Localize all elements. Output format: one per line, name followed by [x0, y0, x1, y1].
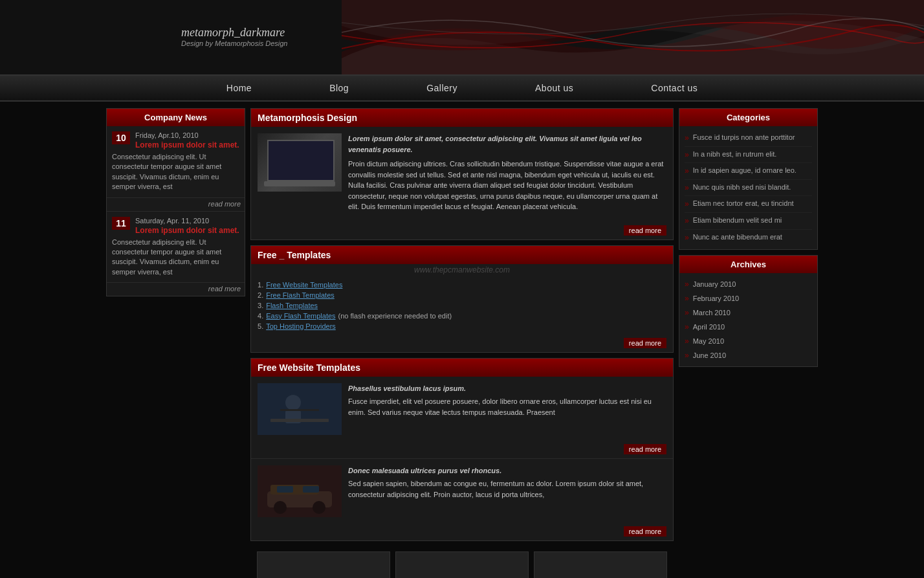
arc-label-3: March 2010: [693, 309, 731, 317]
cat-item-6: » Etiam bibendum velit sed mi: [685, 213, 812, 230]
link-flash-templates[interactable]: Flash Templates: [266, 302, 318, 309]
free-templates-read-more[interactable]: read more: [624, 338, 666, 348]
news-day-badge-2: 11: [112, 217, 130, 230]
metamorphosis-text: Lorem ipsum dolor sit amet, consectetur …: [348, 133, 666, 216]
news-item-2: 11 Saturday, Apr. 11, 2010 Lorem ipsum d…: [107, 212, 245, 283]
cat-label-3: In id sapien augue, id ornare leo.: [693, 166, 797, 175]
watermark-text: www.thepcmanwebsite.com: [251, 264, 673, 276]
svg-rect-11: [303, 486, 319, 493]
news-read-more-link-1[interactable]: read more: [208, 200, 241, 208]
article-1: Phasellus vestibulum lacus ipsum. Fusce …: [251, 377, 673, 441]
arc-arrow-4: »: [685, 322, 689, 331]
arc-arrow-5: »: [685, 337, 689, 346]
svg-point-1: [285, 395, 301, 410]
categories-box: Categories » Fusce id turpis non ante po…: [679, 108, 818, 250]
center-content: Metamorphosis Design Lorem ipsum dolor s…: [250, 108, 674, 578]
cat-label-7: Nunc ac ante bibendum erat: [693, 232, 782, 241]
thumbnail-2: Sed varius neque vitae: [395, 551, 529, 579]
cat-item-2: » In a nibh est, in rutrum elit.: [685, 147, 812, 164]
metamorphosis-read-more[interactable]: read more: [624, 225, 666, 236]
news-read-more-link-2[interactable]: read more: [208, 285, 241, 293]
article-2-read-more-bar: read more: [251, 524, 673, 540]
arc-item-4: » April 2010: [685, 320, 812, 334]
cat-item-4: » Nunc quis nibh sed nisi blandit.: [685, 180, 812, 197]
free-templates-read-more-bar: read more: [251, 335, 673, 352]
cat-label-5: Etiam nec tortor erat, eu tincidnt: [693, 199, 794, 208]
svg-rect-3: [270, 419, 329, 422]
list-item-4: Easy Flash Templates (no flash experienc…: [258, 311, 666, 321]
article-2-text: Donec malesuada ultrices purus vel rhonc…: [348, 465, 666, 517]
arc-label-2: February 2010: [693, 295, 740, 302]
nav-about[interactable]: About us: [496, 83, 612, 93]
archives-box: Archives » January 2010 » February 2010 …: [679, 255, 818, 367]
article-1-read-more-bar: read more: [251, 441, 673, 458]
arc-item-3: » March 2010: [685, 306, 812, 320]
news-title-link-2[interactable]: Lorem ipsum dolor sit amet.: [135, 226, 239, 235]
news-body-2: Consectetur adipiscing elit. Ut consecte…: [112, 238, 239, 278]
categories-title: Categories: [679, 109, 817, 126]
nav-gallery[interactable]: Gallery: [388, 83, 496, 93]
header-wave-decoration: [342, 0, 924, 74]
thumbnail-3: Cras sollicitudin biben-: [534, 551, 667, 579]
list-item-3: Flash Templates: [258, 300, 666, 311]
nav-blog[interactable]: Blog: [291, 83, 388, 93]
news-day-badge-1: 10: [112, 131, 130, 144]
arc-item-5: » May 2010: [685, 334, 812, 348]
metamorphosis-body: Lorem ipsum dolor sit amet, consectetur …: [251, 127, 673, 223]
left-sidebar: Company News 10 Friday, Apr.10, 2010 Lor…: [106, 108, 245, 578]
right-sidebar: Categories » Fusce id turpis non ante po…: [679, 108, 818, 578]
main-nav: Home Blog Gallery About us Contact us: [0, 74, 924, 102]
cat-label-6: Etiam bibendum velit sed mi: [693, 216, 782, 225]
nav-contact[interactable]: Contact us: [612, 83, 736, 93]
article-1-image: [258, 383, 342, 435]
article-1-text: Phasellus vestibulum lacus ipsum. Fusce …: [348, 383, 666, 435]
metamorphosis-block: Metamorphosis Design Lorem ipsum dolor s…: [250, 108, 674, 240]
arc-arrow-3: »: [685, 308, 689, 317]
article-1-pullquote: Phasellus vestibulum lacus ipsum.: [348, 383, 666, 394]
news-date-1: Friday, Apr.10, 2010: [135, 131, 239, 139]
article-1-read-more[interactable]: read more: [624, 444, 666, 454]
arc-label-4: April 2010: [693, 323, 725, 331]
cat-arrow-3: »: [685, 166, 689, 177]
news-read-more-1: read more: [107, 198, 245, 211]
article-2-read-more[interactable]: read more: [624, 526, 666, 537]
company-news-title: Company News: [107, 109, 245, 126]
metamorphosis-intro: Lorem ipsum dolor sit amet, consectetur …: [348, 135, 642, 153]
link-free-flash-templates[interactable]: Free Flash Templates: [266, 291, 335, 299]
metamorphosis-title: Metamorphosis Design: [251, 109, 673, 127]
metamorphosis-detail: Proin dictum adipiscing ultrices. Cras s…: [348, 159, 666, 212]
site-name: metamorph_darkmare: [181, 26, 287, 39]
news-title-link-1[interactable]: Lorem ipsum dolor sit amet.: [135, 140, 239, 150]
cat-label-1: Fusce id turpis non ante porttitor: [693, 133, 795, 142]
link-easy-flash-templates[interactable]: Easy Flash Templates: [266, 312, 335, 320]
metamorphosis-image: [258, 133, 342, 192]
arc-arrow-1: »: [685, 280, 689, 289]
nav-home[interactable]: Home: [188, 83, 291, 93]
cat-arrow-5: »: [685, 199, 689, 210]
company-news-box: Company News 10 Friday, Apr.10, 2010 Lor…: [106, 108, 245, 296]
arc-arrow-2: »: [685, 294, 689, 303]
list-item-1: Free Website Templates: [258, 280, 666, 290]
link-top-hosting[interactable]: Top Hosting Providers: [266, 322, 336, 330]
article-2-body: Sed sapien sapien, bibendum ac congue eu…: [348, 480, 643, 498]
arc-label-6: June 2010: [693, 351, 726, 359]
free-templates-links: Free Website Templates Free Flash Templa…: [251, 276, 673, 335]
list-item-2: Free Flash Templates: [258, 290, 666, 300]
cat-arrow-4: »: [685, 183, 689, 194]
article-2: Donec malesuada ultrices purus vel rhonc…: [251, 459, 673, 524]
article-1-body: Fusce imperdiet, elit vel posuere posuer…: [348, 397, 652, 416]
article-2-pullquote: Donec malesuada ultrices purus vel rhonc…: [348, 465, 666, 476]
list-item-5: Top Hosting Providers: [258, 321, 666, 331]
metamorphosis-article: Lorem ipsum dolor sit amet, consectetur …: [258, 133, 666, 216]
svg-rect-10: [277, 486, 293, 493]
header-text-block: metamorph_darkmare Design by Metamorphos…: [181, 26, 287, 47]
cat-arrow-7: »: [685, 233, 689, 243]
cat-item-7: » Nunc ac ante bibendum erat: [685, 230, 812, 246]
cat-label-2: In a nibh est, in rutrum elit.: [693, 150, 777, 159]
news-body-1: Consectetur adipiscing elit. Ut consecte…: [112, 152, 239, 192]
arc-label-5: May 2010: [693, 337, 724, 345]
link-free-website-templates[interactable]: Free Website Templates: [266, 281, 342, 289]
article-2-image: [258, 465, 342, 517]
svg-point-7: [274, 501, 287, 514]
cat-arrow-6: »: [685, 216, 689, 227]
